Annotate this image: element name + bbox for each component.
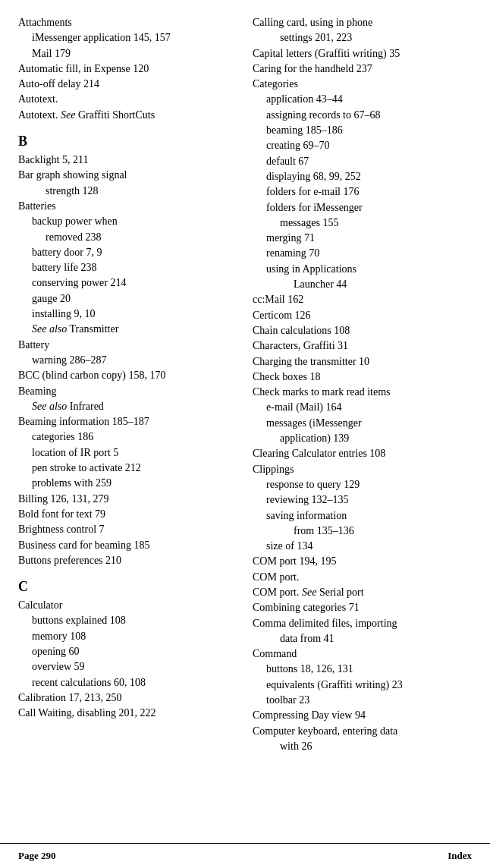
index-entry: See also Transmitter (18, 322, 237, 337)
section-letter: C (18, 579, 237, 595)
page-footer: Page 290 Index (0, 843, 490, 868)
entry-text: size of 134 (253, 539, 472, 554)
entry-text: using in Applications (253, 262, 472, 277)
index-entry: overview 59 (18, 659, 237, 675)
index-entry: messages (iMessenger (253, 416, 472, 431)
index-entry: gauge 20 (18, 291, 237, 307)
entry-text: Bar graph showing signal (18, 168, 237, 183)
entry-text: default 67 (253, 154, 472, 169)
right-column: Calling card, using in phonesettings 201… (253, 15, 472, 754)
entry-text: Battery (18, 338, 237, 353)
entry-text: Calibration 17, 213, 250 (18, 690, 237, 706)
entry-text: Chain calculations 108 (253, 323, 472, 338)
index-entry: warning 286–287 (18, 353, 237, 368)
index-entry: COM port. (253, 570, 472, 585)
index-entry: Calibration 17, 213, 250 (18, 690, 237, 706)
entry-text: Automatic fill, in Expense 120 (18, 61, 237, 77)
index-entry: removed 238 (18, 230, 237, 245)
index-entry: using in Applications (253, 262, 472, 277)
entry-text: removed 238 (18, 230, 237, 245)
entry-text: battery door 7, 9 (18, 245, 237, 260)
entry-text: Call Waiting, disabling 201, 222 (18, 706, 237, 721)
index-entry: folders for e-mail 176 (253, 184, 472, 200)
index-entry: conserving power 214 (18, 275, 237, 291)
index-entry: Autotext. See Graffiti ShortCuts (18, 108, 237, 123)
index-entry: folders for iMessenger (253, 200, 472, 215)
entry-text: COM port 194, 195 (253, 554, 472, 569)
entry-text: iMessenger application 145, 157 (18, 30, 237, 46)
index-entry: Combining categories 71 (253, 600, 472, 615)
index-entry: Battery (18, 338, 237, 353)
entry-text: memory 108 (18, 629, 237, 644)
entry-text: application 43–44 (253, 92, 472, 107)
index-entry: Computer keyboard, entering data (253, 724, 472, 739)
entry-text: data from 41 (253, 631, 472, 646)
index-entry: Beaming (18, 384, 237, 399)
entry-text: Command (253, 646, 472, 662)
entry-text: displaying 68, 99, 252 (253, 169, 472, 184)
entry-text: Beaming (18, 384, 237, 399)
entry-text: Comma delimited files, importing (253, 616, 472, 631)
index-entry: backup power when (18, 214, 237, 229)
entry-text: Backlight 5, 211 (18, 153, 237, 168)
entry-text: overview 59 (18, 659, 237, 675)
index-entry: COM port 194, 195 (253, 554, 472, 569)
index-entry: from 135–136 (253, 524, 472, 539)
entry-text: pen stroke to activate 212 (18, 461, 237, 476)
entry-text: Caring for the handheld 237 (253, 61, 472, 77)
entry-text: Beaming information 185–187 (18, 414, 237, 429)
index-entry: location of IR port 5 (18, 445, 237, 461)
index-entry: with 26 (253, 739, 472, 754)
entry-text: messages (iMessenger (253, 416, 472, 431)
index-entry: creating 69–70 (253, 138, 472, 153)
entry-text: with 26 (253, 739, 472, 754)
index-entry: buttons explained 108 (18, 613, 237, 628)
entry-text: beaming 185–186 (253, 123, 472, 138)
index-entry: Caring for the handheld 237 (253, 61, 472, 77)
index-entry: categories 186 (18, 429, 237, 445)
index-entry: messages 155 (253, 215, 472, 231)
entry-text: Batteries (18, 199, 237, 214)
index-entry: Check marks to mark read items (253, 385, 472, 400)
entry-text: Auto-off delay 214 (18, 77, 237, 92)
index-entry: Backlight 5, 211 (18, 153, 237, 168)
index-entry: Launcher 44 (253, 277, 472, 292)
entry-text: Computer keyboard, entering data (253, 724, 472, 739)
entry-text: Check boxes 18 (253, 370, 472, 385)
entry-text: warning 286–287 (18, 353, 237, 368)
entry-text: toolbar 23 (253, 693, 472, 708)
entry-text: backup power when (18, 214, 237, 229)
index-entry: battery life 238 (18, 260, 237, 275)
index-entry: Clippings (253, 462, 472, 477)
page-number: Page 290 (18, 850, 55, 862)
index-entry: Call Waiting, disabling 201, 222 (18, 706, 237, 721)
index-entry: assigning records to 67–68 (253, 108, 472, 123)
index-entry: Chain calculations 108 (253, 323, 472, 338)
index-entry: default 67 (253, 154, 472, 169)
entry-text: problems with 259 (18, 476, 237, 491)
index-entry: Autotext. (18, 92, 237, 107)
index-entry: Auto-off delay 214 (18, 77, 237, 92)
index-entry: Clearing Calculator entries 108 (253, 446, 472, 461)
entry-text: strength 128 (18, 184, 237, 199)
index-entry: See also Infrared (18, 399, 237, 414)
index-entry: merging 71 (253, 231, 472, 246)
index-entry: battery door 7, 9 (18, 245, 237, 260)
entry-text: cc:Mail 162 (253, 292, 472, 307)
entry-text: Certicom 126 (253, 308, 472, 323)
index-entry: installing 9, 10 (18, 307, 237, 322)
index-entry: Attachments (18, 15, 237, 30)
entry-text: Categories (253, 77, 472, 92)
entry-main: Autotext. See Graffiti ShortCuts (18, 108, 237, 123)
entry-text: folders for e-mail 176 (253, 184, 472, 200)
entry-text: renaming 70 (253, 246, 472, 261)
index-entry: Categories (253, 77, 472, 92)
entry-text: Capital letters (Graffiti writing) 35 (253, 46, 472, 61)
entry-text: from 135–136 (253, 524, 472, 539)
entry-text: installing 9, 10 (18, 307, 237, 322)
entry-text: opening 60 (18, 644, 237, 659)
entry-text: buttons explained 108 (18, 613, 237, 628)
index-entry: Bold font for text 79 (18, 507, 237, 522)
entry-text: saving information (253, 508, 472, 524)
index-entry: buttons 18, 126, 131 (253, 662, 472, 677)
